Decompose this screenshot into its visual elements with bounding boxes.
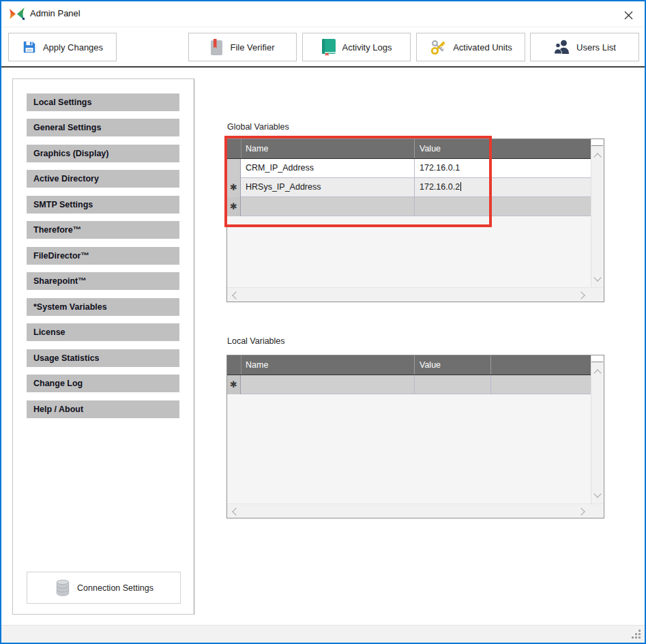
close-button[interactable]	[621, 8, 636, 23]
floppy-disk-icon	[22, 40, 37, 55]
activated-units-button[interactable]: Activated Units	[416, 33, 525, 61]
column-header-name[interactable]: Name	[241, 139, 415, 158]
sidebar-item-usage-statistics[interactable]: Usage Statistics	[27, 349, 179, 367]
vertical-scrollbar[interactable]	[591, 355, 604, 503]
sidebar-item-sharepoint[interactable]: Sharepoint™	[27, 272, 179, 290]
users-icon	[553, 40, 570, 55]
users-list-label: Users List	[576, 42, 616, 53]
sidebar-item-local-settings[interactable]: Local Settings	[27, 93, 179, 111]
grid-corner-stub	[227, 139, 241, 158]
global-variables-label: Global Variables	[227, 122, 289, 132]
grid-empty-area	[227, 394, 591, 503]
title-bar: Admin Panel	[1, 1, 645, 27]
window-frame: Admin Panel Apply Changes	[0, 0, 646, 644]
apply-changes-label: Apply Changes	[43, 42, 103, 53]
app-logo-icon	[9, 8, 25, 20]
horizontal-scrollbar[interactable]	[227, 503, 604, 518]
grid-header-row: Name Value	[227, 139, 591, 159]
horizontal-scrollbar[interactable]	[227, 287, 604, 302]
resize-grip-icon[interactable]	[632, 630, 642, 640]
scroll-down-icon[interactable]	[593, 274, 601, 281]
cell-name[interactable]: CRM_IP_Address	[241, 159, 415, 177]
sidebar-item-therefore[interactable]: Therefore™	[27, 221, 179, 239]
table-row: CRM_IP_Address 172.16.0.1	[227, 159, 591, 178]
sidebar-item-license[interactable]: License	[27, 323, 179, 341]
activity-logs-label: Activity Logs	[342, 42, 392, 53]
cell-value-editing[interactable]: 172.16.0.2	[415, 178, 491, 196]
scroll-down-icon[interactable]	[593, 490, 601, 497]
scroll-up-icon[interactable]	[593, 153, 601, 160]
apply-changes-button[interactable]: Apply Changes	[8, 33, 117, 61]
row-header-edit-indicator[interactable]: ✱	[227, 178, 241, 197]
column-header-value[interactable]: Value	[415, 139, 491, 158]
close-icon	[624, 11, 633, 20]
database-icon	[54, 579, 72, 597]
keys-icon	[429, 39, 447, 56]
column-header-name[interactable]: Name	[241, 355, 415, 375]
new-row: ✱	[227, 197, 591, 216]
grid-empty-area	[227, 216, 591, 287]
grid-header-row: Name Value	[227, 355, 591, 375]
sidebar-panel: Local Settings General Settings Graphics…	[12, 78, 194, 615]
cell-name[interactable]: HRSys_IP_Address	[241, 178, 415, 196]
new-row: ✱	[227, 375, 591, 394]
sidebar-item-smtp-settings[interactable]: SMTP Settings	[27, 196, 179, 214]
gray-book-icon	[210, 39, 224, 56]
sidebar-item-active-directory[interactable]: Active Directory	[27, 170, 179, 188]
text-caret	[460, 182, 461, 191]
new-row-indicator[interactable]: ✱	[227, 197, 241, 216]
row-header[interactable]	[227, 159, 241, 178]
cell-value-text: 172.16.0.2	[420, 182, 460, 192]
file-verifier-button[interactable]: File Verifier	[188, 33, 297, 61]
cell-value[interactable]: 172.16.0.1	[415, 159, 491, 177]
vertical-scrollbar[interactable]	[591, 139, 604, 287]
sidebar-item-graphics-display[interactable]: Graphics (Display)	[27, 145, 179, 162]
file-verifier-label: File Verifier	[230, 42, 274, 53]
cell-value-empty[interactable]	[415, 375, 491, 394]
cell-name-empty[interactable]	[241, 375, 415, 394]
sidebar-item-change-log[interactable]: Change Log	[27, 375, 179, 392]
sidebar-item-system-variables[interactable]: *System Variables	[27, 298, 179, 316]
cell-value-empty[interactable]	[415, 197, 491, 216]
scroll-right-icon[interactable]	[577, 291, 585, 299]
column-header-value[interactable]: Value	[415, 355, 491, 375]
scroll-right-icon[interactable]	[577, 508, 585, 515]
local-variables-label: Local Variables	[227, 336, 285, 346]
scrollbar-corner-box	[591, 355, 603, 362]
global-variables-grid: Name Value CRM_IP_Address 172.16.0.1 ✱ H…	[226, 138, 604, 302]
sidebar-item-general-settings[interactable]: General Settings	[27, 119, 179, 136]
cell-name-empty[interactable]	[241, 197, 415, 216]
sidebar-item-filedirector[interactable]: FileDirector™	[27, 247, 179, 265]
scrollbar-corner-box	[591, 139, 603, 146]
green-book-icon	[321, 39, 336, 56]
local-variables-grid: Name Value ✱	[226, 355, 604, 518]
users-list-button[interactable]: Users List	[530, 33, 639, 61]
scroll-left-icon[interactable]	[232, 291, 239, 299]
activity-logs-button[interactable]: Activity Logs	[302, 33, 411, 61]
table-row: ✱ HRSys_IP_Address 172.16.0.2	[227, 178, 591, 197]
scroll-left-icon[interactable]	[232, 508, 239, 515]
status-bar	[1, 625, 645, 643]
sidebar-item-help-about[interactable]: Help / About	[27, 400, 179, 418]
admin-panel-window: Admin Panel Apply Changes	[0, 0, 646, 644]
window-title: Admin Panel	[30, 8, 80, 18]
connection-settings-label: Connection Settings	[77, 583, 153, 593]
connection-settings-button[interactable]: Connection Settings	[27, 572, 181, 604]
toolbar-separator	[1, 66, 645, 68]
grid-corner-stub	[227, 355, 241, 375]
new-row-indicator[interactable]: ✱	[227, 375, 241, 394]
activated-units-label: Activated Units	[453, 42, 512, 53]
scroll-up-icon[interactable]	[593, 369, 601, 377]
